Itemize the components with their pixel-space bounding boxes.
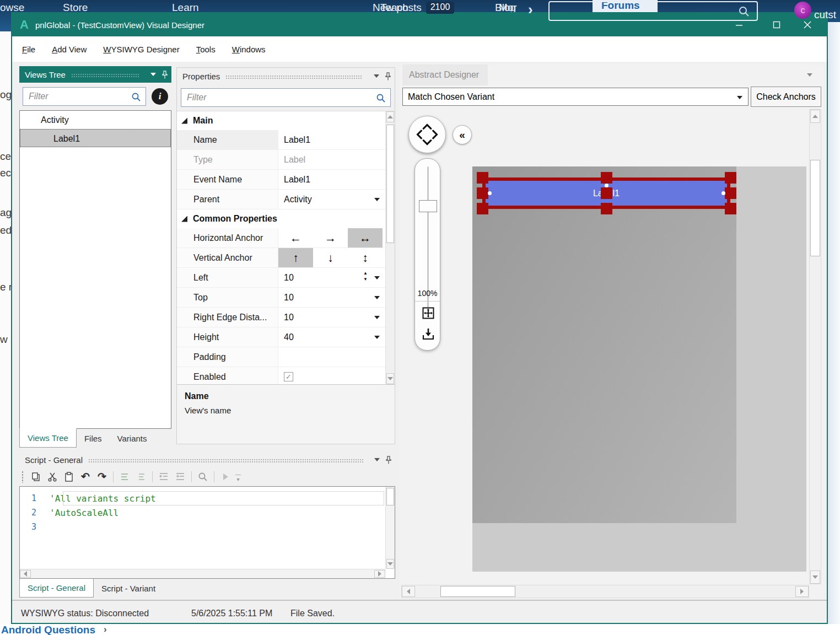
maximize-button[interactable]: [764, 13, 789, 36]
redo-button[interactable]: ↷: [95, 470, 109, 483]
pin-icon[interactable]: [385, 72, 391, 80]
cut-button[interactable]: [46, 470, 59, 483]
padding-value[interactable]: [278, 347, 385, 367]
scroll-right-button[interactable]: [374, 570, 385, 578]
designer-hscrollbar[interactable]: [401, 585, 809, 598]
chevron-down-icon[interactable]: [374, 74, 379, 78]
height-value[interactable]: 40: [278, 327, 385, 347]
menu-windows[interactable]: Windows: [232, 45, 266, 54]
collapse-triangle-icon[interactable]: [181, 118, 187, 124]
handle-top-right[interactable]: [725, 172, 736, 184]
views-tree-filter-input[interactable]: [23, 88, 146, 105]
enabled-checkbox-cell[interactable]: ✓: [278, 367, 385, 384]
chevron-down-icon[interactable]: [374, 198, 380, 201]
chevron-down-icon[interactable]: [807, 73, 812, 77]
handle-bottom-left[interactable]: [477, 203, 488, 214]
tab-script-variant[interactable]: Script - Variant: [94, 579, 163, 598]
chevron-down-icon[interactable]: [374, 458, 380, 461]
scrollbar-thumb[interactable]: [386, 125, 394, 243]
chevron-down-icon[interactable]: [374, 316, 380, 319]
name-value[interactable]: Label1: [278, 130, 385, 149]
section-common-properties[interactable]: Common Properties: [177, 209, 385, 228]
script-editor[interactable]: 1 'All variants script 2 'AutoScaleAll 3: [19, 486, 395, 579]
chevron-down-icon[interactable]: [374, 336, 380, 339]
anchor-stretch-v-button[interactable]: ↕: [348, 248, 383, 267]
views-tree-header[interactable]: Views Tree: [19, 66, 171, 83]
properties-header[interactable]: Properties: [177, 68, 395, 84]
anchor-left-button[interactable]: ←: [278, 228, 313, 247]
zoom-control[interactable]: 100%: [414, 158, 440, 351]
avatar[interactable]: c: [794, 2, 811, 19]
toolbar-overflow[interactable]: —▾: [235, 472, 241, 482]
scrollbar-thumb[interactable]: [810, 160, 820, 256]
android-questions-link[interactable]: Android Questions: [1, 624, 95, 635]
handle-top-left[interactable]: [477, 172, 488, 184]
tab-views-tree[interactable]: Views Tree: [19, 428, 77, 448]
chevron-down-icon[interactable]: [374, 296, 380, 299]
anchor-top-button[interactable]: ↑: [278, 248, 313, 267]
top-value[interactable]: 10: [278, 288, 385, 307]
menu-file[interactable]: File: [22, 45, 35, 54]
properties-scrollbar[interactable]: [385, 111, 395, 384]
uncomment-button[interactable]: [134, 470, 148, 483]
chevron-down-icon[interactable]: [737, 96, 742, 99]
tree-item-activity[interactable]: Activity: [20, 111, 171, 129]
collapse-triangle-icon[interactable]: [181, 216, 187, 222]
handle-mid-left[interactable]: [477, 187, 488, 199]
handle-center[interactable]: [601, 187, 612, 199]
tab-variants[interactable]: Variants: [110, 429, 155, 448]
collapse-panel-button[interactable]: «: [453, 125, 472, 144]
copy-button[interactable]: [29, 470, 42, 483]
spinner-stepper[interactable]: ▲▼: [363, 271, 368, 282]
handle-bottom-center[interactable]: [601, 203, 612, 214]
tree-item-label1[interactable]: Label1: [20, 129, 171, 147]
menu-wysiwyg-designer[interactable]: WYSIWYG Designer: [103, 45, 179, 54]
device-canvas[interactable]: Label1: [472, 166, 736, 523]
chevron-down-icon[interactable]: [374, 276, 380, 279]
comment-button[interactable]: [118, 470, 131, 483]
scroll-up-button[interactable]: [386, 111, 394, 122]
code-line[interactable]: 1 'All variants script: [20, 491, 385, 505]
views-tree-filter[interactable]: [23, 87, 146, 106]
scroll-up-button[interactable]: [810, 110, 820, 123]
browser-search-input[interactable]: [548, 1, 758, 21]
menu-tools[interactable]: Tools: [196, 45, 216, 54]
outdent-button[interactable]: [157, 470, 170, 483]
parent-dropdown[interactable]: Activity: [278, 190, 385, 209]
tab-abstract-designer[interactable]: Abstract Designer: [402, 64, 488, 85]
script-header[interactable]: Script - General: [19, 452, 395, 467]
properties-filter-input[interactable]: [181, 89, 390, 106]
undo-button[interactable]: ↶: [79, 470, 92, 483]
editor-hscrollbar[interactable]: [20, 569, 385, 578]
scroll-left-button[interactable]: [402, 586, 415, 597]
chevron-down-icon[interactable]: [150, 73, 156, 76]
scroll-down-button[interactable]: [386, 559, 394, 569]
right-edge-value[interactable]: 10: [278, 308, 385, 327]
browser-new-posts[interactable]: New posts2100: [373, 0, 454, 14]
code-line[interactable]: 3: [20, 520, 385, 534]
event-name-value[interactable]: Label1: [278, 170, 385, 189]
run-button[interactable]: [219, 470, 232, 483]
pin-icon[interactable]: [385, 456, 392, 464]
fit-view-button[interactable]: [421, 305, 435, 320]
find-button[interactable]: [196, 470, 209, 483]
handle-bottom-right[interactable]: [725, 203, 736, 214]
scrollbar-thumb[interactable]: [440, 586, 515, 597]
properties-filter[interactable]: [181, 88, 391, 107]
designer-viewport[interactable]: Label1: [472, 166, 806, 572]
checkbox-icon[interactable]: ✓: [284, 372, 293, 381]
variant-selector[interactable]: Match Chosen Variant: [402, 88, 749, 106]
handle-top-center[interactable]: [601, 172, 612, 184]
code-area[interactable]: 1 'All variants script 2 'AutoScaleAll 3: [20, 491, 385, 534]
import-layout-button[interactable]: [421, 326, 435, 341]
info-icon[interactable]: i: [152, 88, 168, 105]
pan-control[interactable]: [408, 116, 446, 153]
pin-icon[interactable]: [161, 71, 168, 79]
code-line[interactable]: 2 'AutoScaleAll: [20, 505, 385, 520]
left-value[interactable]: 10 ▲▼: [278, 268, 385, 287]
anchor-stretch-h-button[interactable]: ↔: [348, 228, 383, 247]
indent-button[interactable]: [174, 470, 187, 483]
anchor-right-button[interactable]: →: [313, 228, 348, 247]
scroll-left-button[interactable]: [20, 570, 31, 578]
section-main[interactable]: Main: [177, 111, 385, 130]
